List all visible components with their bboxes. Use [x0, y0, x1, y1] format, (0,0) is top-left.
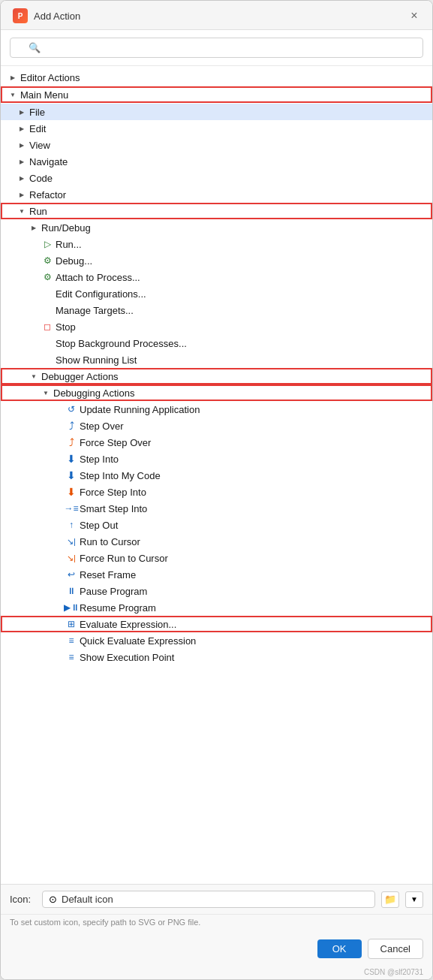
tree-item-resume-program[interactable]: ▶⏸ Resume Program — [1, 599, 432, 616]
tree-item-debugger-actions[interactable]: Debugger Actions — [1, 368, 432, 384]
dropdown-button[interactable]: ▼ — [405, 891, 423, 908]
item-label-run-dots: Run... — [56, 239, 82, 250]
evaluate-expression-icon: ⊞ — [65, 618, 77, 630]
item-label-edit-config: Edit Configurations... — [56, 288, 146, 300]
tree-item-run[interactable]: Run — [1, 203, 432, 219]
item-label-editor-actions: Editor Actions — [20, 72, 80, 83]
tree-item-force-step-into[interactable]: ⬇ Force Step Into — [1, 484, 432, 500]
tree-item-show-execution-point[interactable]: ≡ Show Execution Point — [1, 649, 432, 665]
resume-program-icon: ▶⏸ — [65, 602, 77, 614]
footer: Icon: ⊙ Default icon 📁 ▼ To set custom i… — [1, 884, 432, 979]
tree-item-quick-evaluate[interactable]: ≡ Quick Evaluate Expression — [1, 632, 432, 649]
tree-item-editor-actions[interactable]: Editor Actions — [1, 69, 432, 86]
search-bar: 🔍 — [1, 30, 432, 66]
item-label-reset-frame: Reset Frame — [80, 569, 136, 580]
tree-item-update-running[interactable]: ↺ Update Running Application — [1, 401, 432, 418]
tree-item-run-dots[interactable]: ▷ Run... — [1, 236, 432, 252]
tree-item-run-to-cursor[interactable]: ↘| Run to Cursor — [1, 533, 432, 550]
item-label-force-step-into: Force Step Into — [80, 487, 146, 498]
tree-item-force-step-over[interactable]: ⤴ Force Step Over — [1, 434, 432, 451]
close-button[interactable]: × — [408, 10, 420, 22]
item-label-evaluate-expression: Evaluate Expression... — [80, 619, 176, 630]
spacer — [52, 469, 64, 481]
tree-item-step-into[interactable]: ⬇ Step Into — [1, 451, 432, 467]
tree-item-debug[interactable]: ⚙ Debug... — [1, 252, 432, 269]
item-label-force-step-over: Force Step Over — [80, 437, 151, 448]
item-label-smart-step-into: Smart Step Into — [80, 503, 147, 514]
tree-item-edit-config[interactable]: Edit Configurations... — [1, 285, 432, 302]
chevron-down-icon — [7, 89, 19, 101]
debug-icon: ⚙ — [41, 255, 53, 267]
tree-item-step-into-my-code[interactable]: ⬇ Step Into My Code — [1, 467, 432, 484]
spacer — [52, 420, 64, 432]
force-step-into-icon: ⬇ — [65, 486, 77, 498]
tree-item-attach-process[interactable]: ⚙ Attach to Process... — [1, 269, 432, 285]
tree-item-main-menu[interactable]: Main Menu — [1, 86, 432, 103]
icon-symbol: ⊙ — [49, 894, 57, 905]
item-label-quick-evaluate: Quick Evaluate Expression — [80, 635, 196, 647]
item-label-manage-targets: Manage Targets... — [56, 305, 134, 316]
title-bar-left: P Add Action — [13, 8, 80, 23]
cancel-button[interactable]: Cancel — [368, 939, 423, 959]
item-label-resume-program: Resume Program — [80, 602, 156, 614]
spacer — [52, 552, 64, 564]
item-label-file: File — [29, 107, 45, 118]
tree-item-code[interactable]: Code — [1, 170, 432, 186]
item-label-run-to-cursor: Run to Cursor — [80, 536, 140, 547]
chevron-right-icon — [28, 222, 40, 234]
chevron-down-icon — [28, 370, 40, 382]
tree-item-refactor[interactable]: Refactor — [1, 186, 432, 203]
item-label-view: View — [29, 140, 50, 151]
chevron-right-icon — [16, 139, 28, 151]
stop-icon: ◻ — [41, 321, 53, 333]
add-action-dialog: P Add Action × 🔍 Editor Actions Main Men… — [0, 0, 433, 980]
spacer — [28, 288, 40, 300]
tree-item-manage-targets[interactable]: Manage Targets... — [1, 302, 432, 318]
tree-item-view[interactable]: View — [1, 137, 432, 153]
tree-item-pause-program[interactable]: ⏸ Pause Program — [1, 583, 432, 599]
stop-bg-icon — [41, 337, 53, 349]
item-label-show-running: Show Running List — [56, 354, 137, 366]
spacer — [28, 271, 40, 283]
spacer — [28, 354, 40, 366]
show-running-icon — [41, 354, 53, 366]
item-label-stop-bg: Stop Background Processes... — [56, 338, 187, 349]
tree-item-step-out[interactable]: ↑ Step Out — [1, 517, 432, 533]
tree-container[interactable]: Editor Actions Main Menu File Edit View … — [1, 66, 432, 884]
tree-item-evaluate-expression[interactable]: ⊞ Evaluate Expression... — [1, 616, 432, 632]
force-run-to-cursor-icon: ↘| — [65, 552, 77, 564]
tree-item-stop-bg[interactable]: Stop Background Processes... — [1, 335, 432, 351]
tree-item-stop[interactable]: ◻ Stop — [1, 318, 432, 335]
tree-item-force-run-to-cursor[interactable]: ↘| Force Run to Cursor — [1, 550, 432, 566]
ok-button[interactable]: OK — [317, 939, 362, 958]
item-label-step-into-my-code: Step Into My Code — [80, 470, 161, 481]
tree-item-step-over[interactable]: ⤴ Step Over — [1, 418, 432, 434]
spacer — [52, 502, 64, 514]
tree-item-file[interactable]: File — [1, 104, 432, 120]
item-label-step-into: Step Into — [80, 454, 119, 465]
item-label-step-out: Step Out — [80, 520, 118, 531]
folder-button[interactable]: 📁 — [381, 891, 399, 908]
item-label-force-run-to-cursor: Force Run to Cursor — [80, 553, 168, 564]
tree-item-smart-step-into[interactable]: →≡ Smart Step Into — [1, 500, 432, 517]
icon-selector[interactable]: ⊙ Default icon — [42, 891, 375, 908]
step-out-icon: ↑ — [65, 519, 77, 531]
item-label-run: Run — [29, 206, 47, 217]
tree-item-navigate[interactable]: Navigate — [1, 153, 432, 170]
tree-item-run-debug[interactable]: Run/Debug — [1, 219, 432, 236]
search-input[interactable] — [10, 38, 423, 58]
item-label-main-menu: Main Menu — [20, 89, 68, 101]
tree-item-edit[interactable]: Edit — [1, 120, 432, 137]
tree-item-reset-frame[interactable]: ↩ Reset Frame — [1, 566, 432, 583]
spacer — [52, 635, 64, 647]
spacer — [52, 618, 64, 630]
manage-targets-icon — [41, 304, 53, 316]
tree-item-show-running[interactable]: Show Running List — [1, 351, 432, 368]
watermark: CSDN @slf20731 — [1, 966, 432, 979]
item-label-navigate: Navigate — [29, 156, 68, 167]
tree-item-debugging-actions[interactable]: Debugging Actions — [1, 384, 432, 401]
step-into-icon: ⬇ — [65, 453, 77, 465]
search-wrapper: 🔍 — [10, 38, 423, 58]
edit-config-icon — [41, 288, 53, 300]
chevron-right-icon — [16, 106, 28, 118]
